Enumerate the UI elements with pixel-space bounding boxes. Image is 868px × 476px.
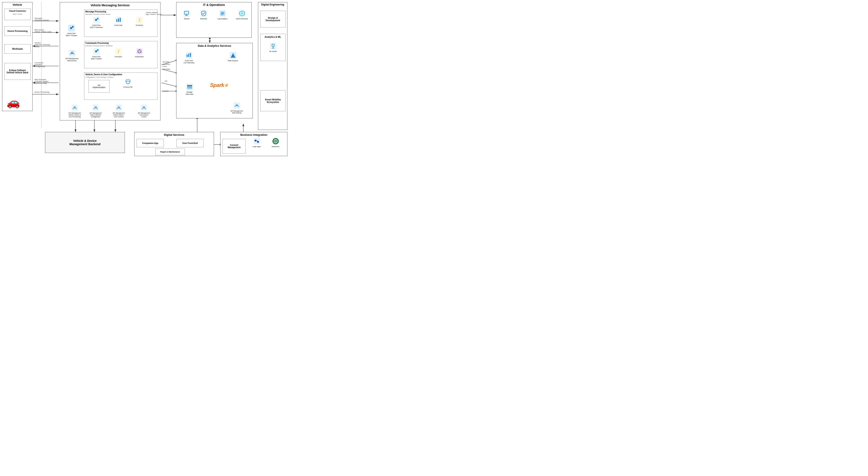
event-hub-live-icon: Event HubLive Telemetry [181,52,197,64]
functions-icon-1: Functions [132,16,146,26]
svg-rect-31 [117,19,117,22]
api-mgmt-vouc-label: API ManagementVehicle Owner /User Consen… [113,112,125,118]
monitor-label: Monitor [184,18,190,20]
logic-apps-label: Logic Apps [253,146,261,147]
api-mgmt-blob-label: API ManagementBlob Access [66,58,79,62]
event-hub-label: Event Hub [115,24,122,26]
cmd-proc-subtitle: Authorize, Encode, Enrich, Workflow [84,45,157,47]
eclipse-sdv-box: Eclipse Software Defined Vehicle Stack [4,63,31,80]
svg-rect-88 [257,141,259,143]
functions-label-2: Functions [115,56,122,58]
svg-point-36 [97,49,98,51]
event-hub-icon: Event Hub [112,16,125,26]
vehicle-software-label: vehicle softwarelogs / metrics / traces [146,11,162,15]
active-directory-icon: Active Directory [234,10,250,20]
vehicle-title: Vehicle [2,2,32,7]
device-prov-label: Device Provisioning [35,91,49,93]
sme-box: Smart Mobility Ecosystem [260,90,285,111]
svg-rect-86 [254,138,260,144]
workloads-box: Workloads [4,44,31,54]
svg-rect-38 [136,48,143,55]
decoded-telemetry-label: decodedtelemetry /eventmessages [162,61,170,70]
raw-label: raw [165,80,167,82]
svg-rect-71 [188,54,189,57]
cosmos-db-icon: Cosmos DB [121,78,135,88]
eclipse-sdv-label: Eclipse Software Defined Vehicle Stack [5,68,30,75]
cloud-connector-sub: MQTT Client [5,13,30,15]
functions-label-1: Functions [136,24,143,26]
de-section: Digital Engineering Design &Development … [258,2,287,130]
device-provisioning-box: Device Provisioning [4,26,31,36]
svg-rect-79 [187,88,192,89]
api-mgmt-cac-label: API ManagementCommand &Control [138,112,150,118]
sme-label: Smart Mobility Ecosystem [260,97,285,104]
svg-point-47 [126,79,130,81]
api-mgmt-vdcp-icon: API ManagementVehicle, Device &Cert Prov… [65,104,84,118]
data-explorer-icon: Data Explorer [225,52,242,62]
de-title: Digital Engineering [258,2,287,7]
it-operations-section: IT & Operations Monitor Defender Log Ana… [176,2,252,38]
consent-mgmt-box: ConsentManagement [222,139,246,154]
vdmb-section: Vehicle & DeviceManagement Backend [45,132,125,153]
bi-title: Business Integration [220,132,287,137]
diagram-container: Vehicle Cloud Connector MQTT Client Devi… [0,0,289,159]
log-analytics-icon: Log Analytics [215,10,230,20]
analytics-ml-box: Analytics & ML ML Studio [260,34,285,61]
event-grid-broker-label: Event GridMQTT 5 Broker [66,32,78,36]
api-mgmt-dcc-label: API ManagementData CollectionConfigurati… [90,112,102,118]
api-implementation-box: APIImplementation [89,80,110,93]
vduc-title: Vehicle, Device & User Configuration [84,73,157,76]
vduc-box: Vehicle, Device & User Configuration Con… [84,72,158,100]
dataverse-label: Dataverse [272,146,279,147]
event-grid-subscribe-icon: Event GridMQTT Subscribe [89,16,104,28]
svg-rect-72 [190,53,191,57]
kubernetes-label: Kubernetes [135,56,144,58]
companion-app-box: Companion App [136,139,164,147]
api-implementation-label: APIImplementation [93,84,105,89]
dataverse-icon: Dataverse [269,137,282,147]
cloud-connector-box: Cloud Connector MQTT Client [4,9,31,20]
curated-label: curated [162,90,168,92]
event-hub-live-label: Event HubLive Telemetry [184,60,194,64]
log-analytics-label: Log Analytics [218,18,227,20]
svg-point-29 [97,18,98,20]
event-grid-sub-label: Event GridMQTT Subscribe [90,24,102,28]
svg-rect-82 [270,43,276,49]
active-directory-label: Active Directory [236,18,248,20]
api-mgmt-vdcp-label: API ManagementVehicle, Device &Cert Prov… [69,112,81,118]
device-provisioning-label: Device Provisioning [7,30,28,32]
svg-rect-33 [120,18,121,22]
das-section: Data & Analytics Services Event HubLive … [176,43,253,118]
design-dev-box: Design &Development [260,11,285,28]
cloud-connector-label: Cloud Connector [5,9,30,13]
api-mgmt-cac-icon: API ManagementCommand &Control [134,104,153,118]
svg-line-13 [161,83,178,87]
api-mgmt-dcc-icon: API ManagementData CollectionConfigurati… [86,104,105,118]
repair-maintenance-label: Repair & Maintenance [160,151,180,153]
svg-point-41 [141,52,142,53]
repair-maintenance-box: Repair & Maintenance [155,148,185,155]
svg-rect-77 [187,85,192,86]
cmd-proc-title: Commands Processing [84,41,157,45]
spark-logo: Spark★ [210,82,231,89]
messages-label: Messages(Telemetry, Events) [35,18,49,21]
svg-point-25 [72,26,74,28]
svg-rect-32 [118,19,119,22]
user-frontend-label: User Front-End [183,142,198,144]
defender-icon: Defender [196,10,211,20]
svg-point-42 [137,52,138,53]
event-grid-publish-icon: Event GridMQTT Publish [89,47,104,60]
commands-processing-box: Commands Processing Authorize, Encode, E… [84,41,158,68]
das-title: Data & Analytics Services [177,43,253,48]
digital-services-section: Digital Services Companion App User Fron… [134,132,214,156]
companion-app-label: Companion App [142,142,158,144]
vms-title: Vehicle Messaging Services [60,2,160,8]
streams-label: Streams(High-Res Telemetry,Video) [35,42,50,47]
kubernetes-icon: Kubernetes [132,47,146,58]
analytics-ml-label: Analytics & ML [260,34,285,39]
svg-point-40 [139,49,140,50]
api-mgmt-ds-label: API ManagementData Sharing [231,110,243,114]
blob-upload-label: Blob Upload(Traces, Videos, Logs) [35,29,52,33]
svg-rect-87 [255,140,256,141]
vdmb-label: Vehicle & DeviceManagement Backend [69,139,100,146]
